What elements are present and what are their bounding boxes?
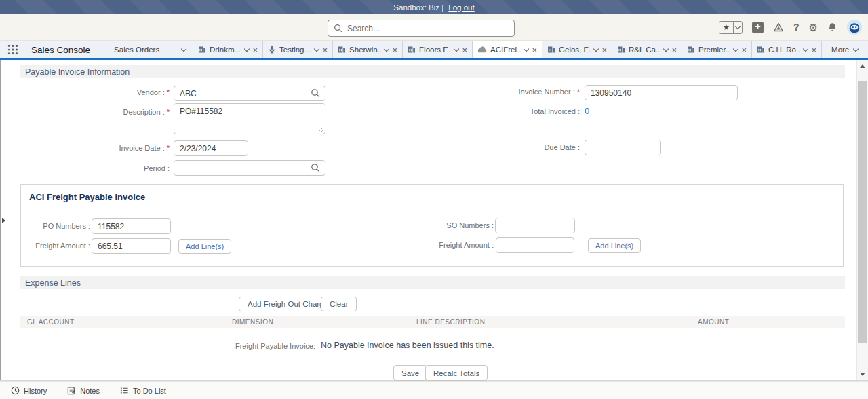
favorites-star-icon[interactable]: ★ (719, 22, 733, 33)
chevron-down-icon[interactable] (244, 46, 250, 52)
freight-amount-left-input[interactable] (92, 238, 171, 254)
close-icon[interactable]: × (741, 45, 747, 54)
invoice-date-input[interactable] (174, 140, 248, 156)
sandbox-banner: Sandbox: Biz | Log out (0, 0, 868, 14)
scroll-down-icon[interactable] (857, 368, 868, 379)
chevron-down-icon[interactable] (314, 46, 319, 52)
left-sidebar-rail[interactable] (0, 60, 5, 380)
notifications-bell-icon[interactable] (827, 22, 837, 33)
tab-label[interactable]: Gelos, E... (559, 45, 591, 54)
po-numbers-input[interactable] (92, 218, 171, 234)
due-date-input[interactable] (585, 140, 661, 155)
utility-label[interactable]: History (24, 387, 47, 395)
close-icon[interactable]: × (811, 45, 816, 54)
tab-acifreight-active[interactable]: ACIFrei... × (472, 41, 542, 58)
tab-label[interactable]: Sherwin... (349, 45, 381, 54)
tab-label[interactable]: R&L Ca... (629, 45, 660, 54)
guidance-icon[interactable] (773, 22, 784, 33)
chevron-down-icon[interactable] (454, 46, 459, 52)
header-actions: ★ + ? ⚙ (719, 19, 862, 35)
utility-label[interactable]: Notes (80, 387, 100, 395)
tab-drinkm[interactable]: Drinkm... × (193, 41, 262, 58)
description-textarea[interactable]: PO#115582 (174, 103, 326, 134)
freight-amount-right-input[interactable] (496, 238, 574, 253)
tab-label[interactable]: Premier... (698, 45, 730, 54)
building-icon (687, 45, 695, 54)
utility-notes[interactable]: Notes (67, 386, 100, 395)
utility-label[interactable]: To Do List (133, 387, 166, 395)
favorites-dropdown-icon[interactable] (733, 22, 742, 33)
scroll-up-icon[interactable] (857, 60, 868, 71)
global-header: ★ + ? ⚙ (0, 14, 868, 41)
tab-label[interactable]: ACIFrei... (490, 45, 521, 54)
sidebar-expand-icon[interactable] (2, 218, 5, 223)
more-label[interactable]: More (831, 45, 849, 54)
utility-history[interactable]: History (11, 386, 47, 395)
invoice-date-label: Invoice Date :* (41, 144, 170, 152)
vendor-label: Vendor :* (41, 88, 170, 96)
history-clock-icon (11, 386, 20, 395)
tab-label[interactable]: Drinkm... (210, 45, 241, 54)
col-amount: AMOUNT (698, 318, 729, 326)
vertical-scrollbar[interactable] (856, 60, 868, 380)
tab-more[interactable]: More (821, 41, 868, 58)
chevron-down-icon[interactable] (384, 46, 389, 52)
close-icon[interactable]: × (601, 45, 607, 54)
tab-label[interactable]: Floors E... (419, 45, 451, 54)
chevron-down-icon[interactable] (803, 46, 808, 52)
tab-label[interactable]: Testing... (279, 45, 311, 54)
search-input[interactable] (347, 24, 509, 33)
tab-floors[interactable]: Floors E... × (402, 41, 472, 58)
microphone-icon (268, 45, 276, 54)
chevron-down-icon[interactable] (663, 46, 669, 52)
quick-add-icon[interactable]: + (752, 22, 764, 33)
favorites-control[interactable]: ★ (719, 21, 743, 34)
chevron-down-icon[interactable] (733, 46, 738, 52)
close-icon[interactable]: × (671, 45, 677, 54)
vendor-lookup-icon[interactable] (311, 88, 320, 98)
tab-label[interactable]: Sales Orders (108, 41, 174, 58)
tab-sales-orders[interactable]: Sales Orders (108, 41, 193, 58)
building-icon (617, 45, 625, 54)
help-icon[interactable]: ? (793, 22, 800, 33)
save-button[interactable]: Save (393, 365, 427, 381)
close-icon[interactable]: × (322, 45, 328, 54)
tab-gelos[interactable]: Gelos, E... × (542, 41, 612, 58)
section-title: Payable Invoice Information (25, 67, 130, 77)
clear-button[interactable]: Clear (321, 297, 357, 311)
vendor-input[interactable] (174, 86, 326, 101)
due-date-label: Due Date : (448, 143, 580, 151)
tab-rl-carriers[interactable]: R&L Ca... × (612, 41, 682, 58)
scrollbar-thumb[interactable] (858, 81, 867, 343)
setup-gear-icon[interactable]: ⚙ (809, 22, 818, 33)
tab-dropdown-icon[interactable] (174, 41, 193, 58)
add-lines-right-button[interactable]: Add Line(s) (588, 238, 641, 253)
period-input[interactable] (174, 160, 326, 176)
global-search[interactable] (328, 20, 515, 37)
tab-sherwin[interactable]: Sherwin... × (332, 41, 402, 58)
add-lines-left-button[interactable]: Add Line(s) (178, 239, 231, 254)
total-invoiced-value[interactable]: 0 (585, 106, 589, 116)
aci-freight-panel: ACI Freight Payable Invoice PO Numbers :… (20, 184, 844, 267)
close-icon[interactable]: × (532, 45, 537, 54)
utility-todo-list[interactable]: To Do List (120, 386, 166, 395)
close-icon[interactable]: × (392, 45, 397, 54)
so-numbers-input[interactable] (495, 218, 575, 233)
tab-label[interactable]: C.H. Ro... (768, 45, 800, 54)
tab-premier[interactable]: Premier... × (682, 41, 751, 58)
app-launcher-icon[interactable] (0, 41, 26, 58)
col-line-description: LINE DESCRIPTION (416, 318, 485, 326)
recalc-totals-button[interactable]: Recalc Totals (425, 365, 488, 381)
invoice-number-input[interactable] (585, 85, 738, 100)
close-icon[interactable]: × (462, 45, 467, 54)
tab-ch-robinson[interactable]: C.H. Ro... × (751, 41, 821, 58)
user-avatar[interactable] (847, 20, 862, 35)
logout-link[interactable]: Log out (448, 3, 474, 12)
period-lookup-icon[interactable] (311, 163, 320, 172)
chevron-down-icon[interactable] (524, 46, 529, 52)
main-content: Payable Invoice Information Vendor :* In… (0, 60, 868, 381)
aci-freight-title: ACI Freight Payable Invoice (29, 192, 145, 202)
tab-testing[interactable]: Testing... × (262, 41, 332, 58)
close-icon[interactable]: × (252, 45, 258, 54)
chevron-down-icon[interactable] (593, 46, 599, 52)
